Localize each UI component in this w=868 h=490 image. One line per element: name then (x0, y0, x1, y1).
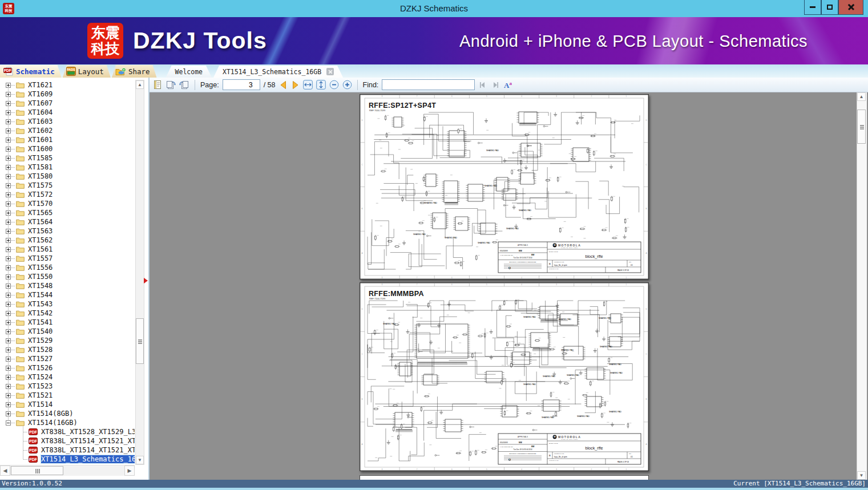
expand-box-icon[interactable] (6, 174, 11, 179)
viewer-scroll-up-icon[interactable]: ▲ (857, 92, 866, 101)
expand-box-icon[interactable] (6, 311, 11, 316)
tree-vscroll-thumb[interactable] (136, 318, 144, 364)
expand-box-icon[interactable] (6, 284, 11, 289)
rotate-ccw-button[interactable] (179, 79, 189, 91)
fit-page-button[interactable] (316, 79, 326, 91)
tree-folder[interactable]: XT1602 (0, 126, 135, 135)
expand-box-icon[interactable] (6, 366, 11, 371)
tab-schematic[interactable]: PDF Schematic (0, 65, 62, 78)
tree-folder[interactable]: XT1521 (0, 391, 135, 400)
expand-box-icon[interactable] (6, 147, 11, 152)
tree-folder[interactable]: XT1528 (0, 345, 135, 354)
tree-folder[interactable]: XT1544 (0, 290, 135, 299)
expand-box-icon[interactable] (6, 274, 11, 280)
expand-box-icon[interactable] (6, 92, 11, 97)
scroll-down-icon[interactable]: ▼ (136, 456, 144, 464)
tree-folder[interactable]: XT1581 (0, 163, 135, 172)
expand-box-icon[interactable] (6, 192, 11, 197)
tab-share[interactable]: Share (112, 65, 157, 78)
tab-close-icon[interactable] (326, 68, 334, 75)
tab-layout[interactable]: PADS Layout (63, 65, 111, 78)
expand-box-icon[interactable] (6, 119, 11, 124)
tree-folder[interactable]: XT1542 (0, 309, 135, 318)
tree-folder[interactable]: XT1585 (0, 153, 135, 163)
snapshot-button[interactable] (153, 79, 162, 91)
tree-folder[interactable]: XT1557 (0, 254, 135, 263)
next-page-button[interactable] (291, 79, 300, 91)
tree-folder[interactable]: XT1601 (0, 135, 135, 144)
tree-folder[interactable]: XT1562 (0, 236, 135, 245)
tree-folder[interactable]: XT1572 (0, 190, 135, 199)
tree-folder[interactable]: XT1540 (0, 327, 135, 336)
expand-box-icon[interactable] (6, 293, 11, 298)
tree-folder[interactable]: XT1575 (0, 181, 135, 190)
viewer-vertical-scrollbar[interactable]: ▲ ▼ (857, 92, 867, 480)
fit-width-button[interactable] (303, 79, 313, 91)
expand-box-icon[interactable] (6, 384, 11, 389)
scroll-up-icon[interactable]: ▲ (136, 80, 144, 89)
tree-folder[interactable]: XT1621 (0, 80, 135, 90)
find-next-button[interactable] (491, 79, 500, 91)
splitter-collapse-arrow[interactable] (144, 278, 148, 284)
tree-hscroll-thumb[interactable] (11, 466, 63, 475)
expand-box-icon[interactable] (6, 229, 11, 234)
expand-box-icon[interactable] (6, 256, 11, 261)
expand-box-icon[interactable] (6, 110, 11, 115)
expand-box-icon[interactable] (6, 165, 11, 170)
tree-horizontal-scrollbar[interactable]: ◀ ▶ (0, 465, 135, 476)
tree-folder[interactable]: XT1523 (0, 382, 135, 391)
close-button[interactable] (838, 0, 863, 15)
tree-vertical-scrollbar[interactable]: ▲ ▼ (135, 80, 144, 465)
tab-document[interactable]: XT1514_L3_Schematics_16GB (213, 66, 343, 78)
pdf-viewer[interactable]: 8877665544332211DDCCBBAARFFE:SP12T+SP4TR… (150, 92, 868, 480)
expand-box-icon[interactable] (6, 375, 11, 380)
maximize-button[interactable] (821, 0, 838, 15)
collapse-box-icon[interactable] (6, 420, 11, 426)
expand-box-icon[interactable] (6, 347, 11, 353)
expand-box-icon[interactable] (6, 238, 11, 243)
tree-folder[interactable]: XT1556 (0, 263, 135, 272)
find-previous-button[interactable] (478, 79, 487, 91)
tree-folder[interactable]: XT1570 (0, 199, 135, 208)
tree-folder[interactable]: XT1548 (0, 281, 135, 290)
expand-box-icon[interactable] (6, 357, 11, 362)
find-input[interactable] (382, 79, 475, 90)
expand-box-icon[interactable] (6, 338, 11, 343)
tree-folder[interactable]: XT1550 (0, 272, 135, 281)
tree-folder[interactable]: XT1514 (0, 400, 135, 409)
tree-folder[interactable]: XT1600 (0, 144, 135, 153)
tree-folder[interactable]: XT1580 (0, 172, 135, 181)
tab-welcome[interactable]: Welcome (166, 66, 212, 78)
tree-folder[interactable]: XT1603 (0, 117, 135, 126)
tree-folder[interactable]: XT1564 (0, 217, 135, 226)
tree-folder[interactable]: XT1609 (0, 90, 135, 99)
expand-box-icon[interactable] (6, 83, 11, 88)
tree-folder[interactable]: XT1514(8GB) (0, 409, 135, 418)
page-number-input[interactable] (223, 79, 260, 90)
tree-folder[interactable]: XT1607 (0, 99, 135, 108)
tree-pdf-item[interactable]: PDFXT838L_XT1514_XT1521_XT1523_X (0, 446, 135, 455)
expand-box-icon[interactable] (6, 201, 11, 206)
scroll-left-icon[interactable]: ◀ (0, 465, 10, 476)
zoom-out-button[interactable] (329, 79, 339, 91)
prev-page-button[interactable] (279, 79, 288, 91)
tree-folder[interactable]: XT1561 (0, 245, 135, 254)
expand-box-icon[interactable] (6, 411, 11, 416)
tree-folder[interactable]: XT1565 (0, 208, 135, 217)
viewer-scroll-down-icon[interactable]: ▼ (857, 471, 866, 480)
expand-box-icon[interactable] (6, 220, 11, 225)
tree-folder[interactable]: XT1514(16GB) (0, 418, 135, 427)
tree-folder[interactable]: XT1563 (0, 226, 135, 236)
expand-box-icon[interactable] (6, 393, 11, 398)
tree-folder[interactable]: XT1526 (0, 363, 135, 372)
expand-box-icon[interactable] (6, 247, 11, 252)
tree-folder[interactable]: XT1541 (0, 318, 135, 327)
rotate-cw-button[interactable] (165, 79, 176, 91)
expand-box-icon[interactable] (6, 320, 11, 325)
expand-box-icon[interactable] (6, 302, 11, 307)
tree-folder[interactable]: XT1543 (0, 299, 135, 309)
scroll-right-icon[interactable]: ▶ (124, 465, 135, 476)
expand-box-icon[interactable] (6, 101, 11, 106)
tree-folder[interactable]: XT1529 (0, 336, 135, 345)
tree-pdf-item[interactable]: PDFXT838L_XT1528_XT1529_L3_Schem (0, 427, 135, 436)
